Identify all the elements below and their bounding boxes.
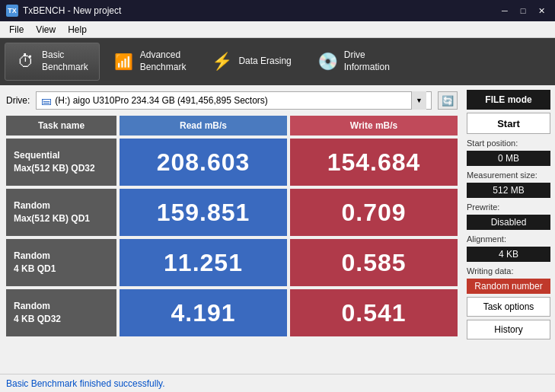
row-write-2: 0.585 (290, 239, 458, 286)
toolbar-drive-information[interactable]: 💿 DriveInformation (306, 43, 401, 81)
title-bar: TX TxBENCH - New project ─ □ ✕ (0, 0, 555, 21)
row-read-2: 11.251 (120, 239, 287, 286)
toolbar-advanced-benchmark[interactable]: 📶 AdvancedBenchmark (103, 43, 198, 81)
title-bar-left: TX TxBENCH - New project (6, 5, 121, 17)
menu-view[interactable]: View (30, 23, 62, 37)
row-name-0: Sequential Max(512 KB) QD32 (6, 139, 116, 186)
app-title: TxBENCH - New project (23, 5, 121, 16)
row-read-1: 159.851 (120, 189, 287, 236)
alignment-value: 4 KB (467, 247, 550, 262)
prewrite-label: Prewrite: (467, 202, 550, 212)
history-button[interactable]: History (467, 320, 550, 339)
row-write-1: 0.709 (290, 189, 458, 236)
close-button[interactable]: ✕ (534, 5, 549, 17)
drive-information-icon: 💿 (317, 52, 338, 72)
drive-text: (H:) aigo U310Pro 234.34 GB (491,456,895… (55, 95, 268, 106)
measurement-size-value: 512 MB (467, 183, 550, 198)
row-name-1: Random Max(512 KB) QD1 (6, 189, 116, 236)
data-erasing-icon: ⚡ (212, 52, 232, 72)
advanced-benchmark-icon: 📶 (114, 53, 134, 71)
drive-selector[interactable]: 🖴 (H:) aigo U310Pro 234.34 GB (491,456,8… (36, 91, 432, 110)
prewrite-value: Disabled (467, 215, 550, 230)
menu-help[interactable]: Help (62, 23, 93, 37)
toolbar-basic-benchmark[interactable]: ⏱ BasicBenchmark (5, 43, 100, 81)
file-mode-button[interactable]: FILE mode (467, 90, 550, 110)
table-row: Random Max(512 KB) QD1 159.851 0.709 (6, 189, 458, 236)
toolbar-data-erasing[interactable]: ⚡ Data Erasing (200, 43, 302, 81)
row-name-3: Random 4 KB QD32 (6, 289, 116, 336)
start-position-label: Start position: (467, 139, 550, 148)
alignment-label: Alignment: (467, 234, 550, 244)
content-area: Drive: 🖴 (H:) aigo U310Pro 234.34 GB (49… (0, 85, 555, 374)
table-header: Task name Read mB/s Write mB/s (6, 116, 458, 135)
row-write-0: 154.684 (290, 139, 458, 186)
writing-data-value: Random number (467, 279, 550, 294)
col-header-write: Write mB/s (290, 116, 458, 135)
maximize-button[interactable]: □ (515, 5, 531, 17)
measurement-size-label: Measurement size: (467, 171, 550, 180)
drive-bar: Drive: 🖴 (H:) aigo U310Pro 234.34 GB (49… (6, 90, 458, 111)
main-panel: Drive: 🖴 (H:) aigo U310Pro 234.34 GB (49… (0, 85, 464, 374)
drive-select-inner: 🖴 (H:) aigo U310Pro 234.34 GB (491,456,8… (41, 94, 411, 107)
status-bar: Basic Benchmark finished successfully. (0, 374, 555, 392)
menu-file[interactable]: File (3, 23, 30, 37)
basic-benchmark-label: BasicBenchmark (42, 49, 88, 73)
row-name-2: Random 4 KB QD1 (6, 239, 116, 286)
task-options-button[interactable]: Task options (467, 297, 550, 317)
minimize-button[interactable]: ─ (497, 5, 512, 17)
drive-information-label: DriveInformation (344, 49, 390, 73)
row-write-3: 0.541 (290, 289, 458, 336)
advanced-benchmark-label: AdvancedBenchmark (140, 49, 187, 73)
drive-refresh-button[interactable]: 🔄 (438, 91, 458, 110)
col-header-read: Read mB/s (120, 116, 287, 135)
title-bar-controls: ─ □ ✕ (497, 5, 549, 17)
row-read-3: 4.191 (120, 289, 287, 336)
right-panel: FILE mode Start Start position: 0 MB Mea… (464, 85, 555, 374)
benchmark-table: Task name Read mB/s Write mB/s Sequentia… (6, 116, 458, 369)
drive-dropdown-arrow[interactable]: ▼ (411, 91, 426, 110)
drive-label: Drive: (6, 95, 30, 106)
start-position-value: 0 MB (467, 151, 550, 166)
status-message: Basic Benchmark finished successfully. (6, 378, 165, 389)
app-icon: TX (6, 5, 18, 17)
row-read-0: 208.603 (120, 139, 287, 186)
writing-data-label: Writing data: (467, 266, 550, 276)
table-row: Random 4 KB QD32 4.191 0.541 (6, 289, 458, 336)
table-row: Sequential Max(512 KB) QD32 208.603 154.… (6, 139, 458, 186)
data-erasing-label: Data Erasing (238, 56, 291, 68)
usb-icon: 🖴 (41, 94, 52, 107)
menu-bar: File View Help (0, 21, 555, 38)
col-header-name: Task name (6, 116, 116, 135)
table-row: Random 4 KB QD1 11.251 0.585 (6, 239, 458, 286)
start-button[interactable]: Start (467, 113, 550, 134)
basic-benchmark-icon: ⏱ (16, 52, 36, 72)
toolbar: ⏱ BasicBenchmark 📶 AdvancedBenchmark ⚡ D… (0, 38, 555, 85)
